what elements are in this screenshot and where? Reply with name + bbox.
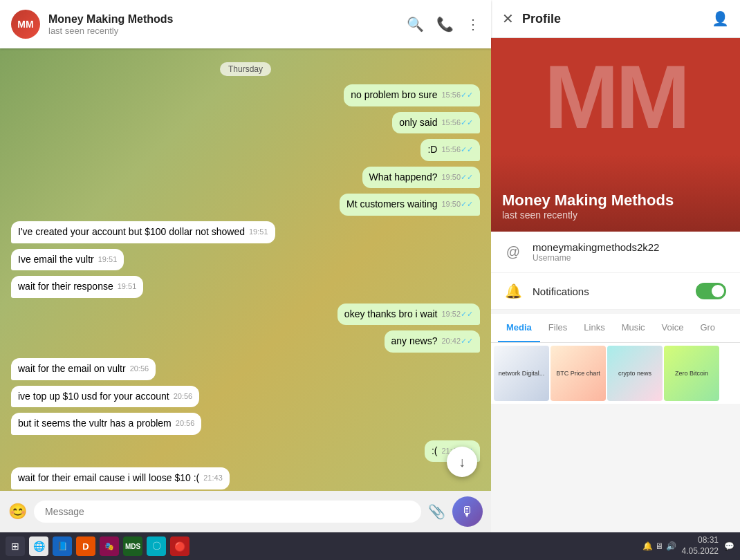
media-thumb-content: crypto news (607, 346, 663, 401)
profile-panel: ✕ Profile 👤 MM Money Making Methods last… (491, 0, 740, 532)
emoji-button[interactable]: 😊 (8, 503, 27, 521)
message-row: any news? 20:42✓✓ (11, 330, 480, 353)
taskbar-date-value: 4.05.2022 (682, 546, 719, 557)
message-row: but it seems the vultr has a problem 20:… (11, 413, 480, 435)
message-row: :D 15:56✓✓ (11, 139, 480, 161)
profile-bg-avatar-text: MM (491, 52, 740, 142)
taskbar-right: 🔔 🖥 🔊 08:31 4.05.2022 💬 (642, 535, 734, 557)
media-thumb-content: Zero Bitcoin (664, 346, 719, 401)
message-input-area: 😊 📎 🎙 (0, 491, 491, 532)
media-thumbnail[interactable]: BTC Price chart (551, 346, 606, 401)
phone-icon[interactable]: 📞 (436, 16, 454, 32)
bell-icon: 🔔 (505, 283, 521, 299)
chat-group-name: Money Making Methods (48, 13, 398, 26)
message-bubble: okey thanks bro i wait 19:52✓✓ (337, 304, 480, 326)
message-row: ive top up $10 usd for your account 20:5… (11, 386, 480, 408)
notifications-toggle[interactable] (696, 283, 726, 299)
message-input[interactable] (34, 501, 421, 523)
media-thumbnail[interactable]: Zero Bitcoin (664, 346, 719, 401)
tab-links[interactable]: Links (575, 314, 613, 342)
tab-voice[interactable]: Voice (654, 314, 692, 342)
media-thumb-content: network Digital... (494, 346, 549, 401)
attach-button[interactable]: 📎 (428, 503, 445, 520)
taskbar-start[interactable]: ⊞ (6, 536, 25, 556)
message-bubble: wait for their email cause i will loose … (11, 467, 230, 489)
chat-group-status: last seen recently (48, 26, 398, 36)
edit-profile-button[interactable]: 👤 (712, 10, 729, 27)
profile-avatar-section: MM Money Making Methods last seen recent… (491, 38, 740, 232)
message-row: What happend? 19:50✓✓ (11, 167, 480, 189)
message-bubble: Mt customers waiting 19:50✓✓ (340, 194, 480, 216)
at-icon: @ (505, 244, 521, 260)
taskbar-icon-app6[interactable]: 🔴 (170, 536, 189, 556)
username-value: moneymakingmethods2k22 (533, 241, 726, 253)
tab-files[interactable]: Files (540, 314, 575, 342)
message-bubble: I've created your account but $100 dolla… (11, 221, 275, 243)
taskbar-notifications-icon[interactable]: 💬 (724, 541, 734, 551)
taskbar-icon-app1[interactable]: 📘 (53, 536, 72, 556)
message-row: Mt customers waiting 19:50✓✓ (11, 194, 480, 216)
chat-panel: MM Money Making Methods last seen recent… (0, 0, 491, 532)
taskbar-icon-app3[interactable]: 🎭 (100, 536, 119, 556)
date-badge: Thursday (11, 62, 480, 75)
taskbar-clock: 08:31 4.05.2022 (682, 535, 719, 557)
username-content: moneymakingmethods2k22 Username (533, 241, 726, 263)
message-bubble: wait for the email on vultr 20:56 (11, 358, 156, 380)
profile-status: last seen recently (502, 209, 729, 221)
tab-groups[interactable]: Gro (692, 314, 723, 342)
message-row: Ive email the vultr 19:51 (11, 249, 480, 271)
taskbar-left: ⊞ 🌐 📘 D 🎭 MDS 〇 🔴 (6, 536, 189, 556)
notifications-row: 🔔 Notifications (491, 273, 740, 310)
notifications-content: Notifications (533, 286, 685, 297)
message-bubble: no problem bro sure 15:56✓✓ (344, 84, 480, 106)
taskbar-system-tray: 🔔 🖥 🔊 (642, 541, 676, 551)
search-icon[interactable]: 🔍 (407, 16, 424, 32)
message-row: wait for their response 19:51 (11, 276, 480, 298)
message-bubble: :D 15:56✓✓ (420, 139, 480, 161)
message-row: I've created your account but $100 dolla… (11, 221, 480, 243)
media-thumbnail[interactable]: crypto news (607, 346, 663, 401)
profile-header: ✕ Profile 👤 (491, 0, 740, 38)
username-row: @ moneymakingmethods2k22 Username (491, 232, 740, 273)
chat-title-info: Money Making Methods last seen recently (48, 13, 398, 36)
taskbar-icon-app2[interactable]: D (76, 536, 95, 556)
media-grid: network Digital... BTC Price chart crypt… (491, 343, 740, 404)
media-tabs: Media Files Links Music Voice Gro (491, 314, 740, 343)
profile-info-section: @ moneymakingmethods2k22 Username 🔔 Noti… (491, 232, 740, 310)
more-options-icon[interactable]: ⋮ (466, 16, 480, 32)
close-button[interactable]: ✕ (502, 10, 514, 27)
profile-title: Profile (522, 12, 703, 26)
message-bubble: only said 15:56✓✓ (392, 112, 480, 134)
message-bubble: Ive email the vultr 19:51 (11, 249, 124, 271)
taskbar-icon-app5[interactable]: 〇 (147, 536, 166, 556)
taskbar-icon-app4[interactable]: MDS (123, 536, 142, 556)
message-row: wait for their email cause i will loose … (11, 467, 480, 489)
messages-area: Thursday no problem bro sure 15:56✓✓ onl… (0, 48, 491, 491)
media-thumb-content: BTC Price chart (551, 346, 606, 401)
message-bubble: wait for their response 19:51 (11, 276, 143, 298)
message-row: only said 15:56✓✓ (11, 112, 480, 134)
chat-avatar[interactable]: MM (11, 10, 40, 39)
message-bubble: What happend? 19:50✓✓ (362, 167, 480, 189)
message-bubble: but it seems the vultr has a problem 20:… (11, 413, 201, 435)
profile-name: Money Making Methods (502, 192, 729, 209)
message-bubble: any news? 20:42✓✓ (385, 330, 480, 353)
message-bubble: ive top up $10 usd for your account 20:5… (11, 386, 199, 408)
username-label: Username (533, 253, 726, 263)
tab-music[interactable]: Music (613, 314, 654, 342)
chat-header: MM Money Making Methods last seen recent… (0, 0, 491, 48)
voice-message-button[interactable]: 🎙 (452, 496, 483, 527)
notifications-label: Notifications (533, 286, 685, 297)
message-row: okey thanks bro i wait 19:52✓✓ (11, 304, 480, 326)
scroll-to-bottom-button[interactable]: ↓ (447, 447, 477, 477)
tab-media[interactable]: Media (498, 314, 540, 342)
media-thumbnail[interactable]: network Digital... (494, 346, 549, 401)
message-row: :( 21:42✓✓ (11, 440, 480, 463)
taskbar-icon-chrome[interactable]: 🌐 (29, 536, 48, 556)
message-row: no problem bro sure 15:56✓✓ (11, 84, 480, 106)
message-row: wait for the email on vultr 20:56 (11, 358, 480, 380)
taskbar: ⊞ 🌐 📘 D 🎭 MDS 〇 🔴 🔔 🖥 🔊 08:31 4.05.2022 … (0, 532, 740, 560)
taskbar-time-value: 08:31 (682, 535, 719, 546)
chat-header-actions: 🔍 📞 ⋮ (407, 16, 480, 32)
